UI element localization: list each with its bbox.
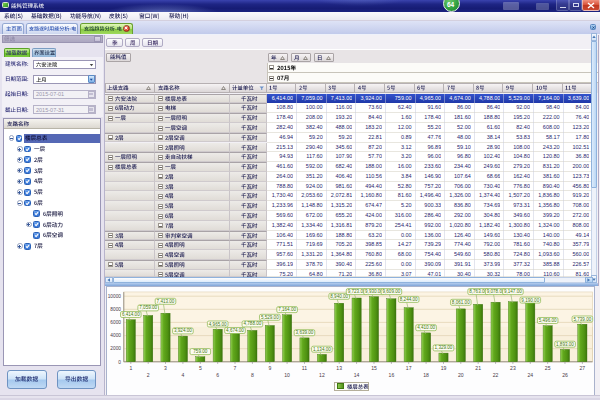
svg-text:9,190.00: 9,190.00 <box>521 298 539 303</box>
svg-text:5,529.00: 5,529.00 <box>260 315 278 320</box>
svg-text:8: 8 <box>250 372 253 378</box>
svg-text:1: 1 <box>129 365 132 371</box>
svg-text:1,329.00: 1,329.00 <box>434 346 452 351</box>
svg-text:6: 6 <box>216 372 219 378</box>
svg-text:7: 7 <box>233 365 236 371</box>
svg-text:4,674.00: 4,674.00 <box>226 328 244 333</box>
svg-text:25: 25 <box>544 365 550 371</box>
svg-text:20: 20 <box>457 372 463 378</box>
svg-text:6,414.00: 6,414.00 <box>121 312 139 317</box>
svg-text:10000: 10000 <box>107 294 121 299</box>
svg-text:8000: 8000 <box>110 307 121 312</box>
svg-text:17: 17 <box>405 365 411 371</box>
svg-text:4000: 4000 <box>110 334 121 339</box>
svg-text:8,061.00: 8,061.00 <box>451 300 469 305</box>
svg-text:8,244.00: 8,244.00 <box>399 297 417 302</box>
svg-text:26: 26 <box>562 372 568 378</box>
svg-text:18: 18 <box>423 372 429 378</box>
svg-text:19: 19 <box>440 365 446 371</box>
svg-text:9: 9 <box>268 365 271 371</box>
svg-text:11: 11 <box>301 365 306 371</box>
svg-text:4,965.00: 4,965.00 <box>208 322 226 327</box>
svg-text:4,788.00: 4,788.00 <box>243 322 261 327</box>
svg-text:5,496.00: 5,496.00 <box>538 318 556 323</box>
svg-text:27: 27 <box>579 365 585 371</box>
svg-text:23: 23 <box>510 365 516 371</box>
svg-text:6000: 6000 <box>110 320 121 325</box>
svg-text:7,413.00: 7,413.00 <box>156 299 174 304</box>
svg-text:1,134.00: 1,134.00 <box>312 347 330 352</box>
svg-text:9,078.00: 9,078.00 <box>486 289 504 294</box>
svg-text:22: 22 <box>492 372 498 378</box>
svg-text:24: 24 <box>527 372 533 378</box>
svg-text:7,059.00: 7,059.00 <box>139 306 157 311</box>
svg-text:3,639.00: 3,639.00 <box>295 330 313 335</box>
svg-text:4,410.00: 4,410.00 <box>417 325 435 330</box>
svg-text:7,164.00: 7,164.00 <box>278 307 296 312</box>
svg-text:3: 3 <box>164 365 167 371</box>
svg-text:9,147.00: 9,147.00 <box>503 289 521 294</box>
svg-text:8,763.00: 8,763.00 <box>469 289 487 294</box>
svg-text:8,940.00: 8,940.00 <box>330 294 348 299</box>
svg-text:5,739.00: 5,739.00 <box>573 317 591 322</box>
svg-text:4: 4 <box>181 372 184 378</box>
svg-text:2: 2 <box>146 372 149 378</box>
svg-text:0: 0 <box>118 360 121 365</box>
svg-text:9,930.00: 9,930.00 <box>365 289 383 294</box>
svg-text:15: 15 <box>371 365 377 371</box>
svg-text:9,723.00: 9,723.00 <box>347 289 365 294</box>
svg-text:14: 14 <box>353 372 359 378</box>
svg-text:13: 13 <box>336 365 342 371</box>
svg-text:9,609.00: 9,609.00 <box>382 289 400 294</box>
svg-text:759.00: 759.00 <box>193 349 207 354</box>
svg-text:16: 16 <box>388 372 394 378</box>
svg-text:3,924.00: 3,924.00 <box>173 329 191 334</box>
svg-text:1,893.00: 1,893.00 <box>556 342 574 347</box>
svg-text:2000: 2000 <box>110 347 121 352</box>
svg-text:21: 21 <box>475 365 481 371</box>
svg-text:12: 12 <box>319 372 325 378</box>
svg-text:5: 5 <box>198 365 201 371</box>
svg-text:10: 10 <box>284 372 290 378</box>
